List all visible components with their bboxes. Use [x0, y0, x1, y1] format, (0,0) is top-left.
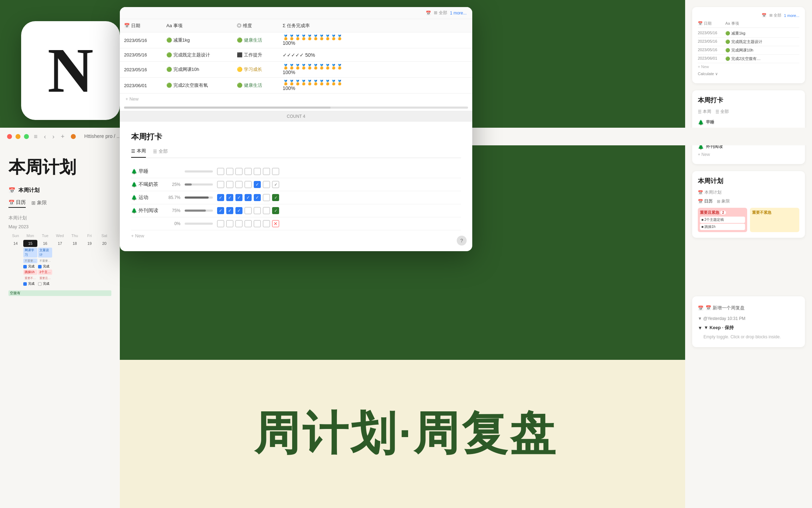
- check-1-5[interactable]: [254, 168, 261, 175]
- cell-dim-2: ⬛ 工作提升: [233, 50, 278, 60]
- right-tab-quad[interactable]: ⊞ 象限: [717, 198, 730, 204]
- checkin-name-4: 🌲 外刊阅读: [131, 207, 159, 214]
- sidebar-toggle-icon[interactable]: ≡: [32, 133, 39, 140]
- nav-dot-yellow[interactable]: [16, 134, 20, 139]
- check-4-6[interactable]: [263, 207, 270, 214]
- right-add-new-checkin[interactable]: + New: [698, 151, 799, 158]
- review-keep-title[interactable]: ▼ ▼ Keep · 保持: [698, 323, 799, 332]
- cal-header-wed: Wed: [53, 232, 67, 239]
- right-db-more[interactable]: 1 more...: [784, 13, 799, 18]
- checkin-row-3: 🌲 运动 85.7% ✓ ✓ ✓ ✓ ✓ ✓: [131, 191, 461, 204]
- check-3-3[interactable]: ✓: [235, 194, 242, 201]
- checkin-row-1: 🌲 早睡: [131, 165, 461, 178]
- check-1-4[interactable]: [245, 168, 252, 175]
- check-1-6[interactable]: [263, 168, 270, 175]
- right-col-item: Aa 事项: [725, 21, 739, 26]
- check-2-2[interactable]: [226, 181, 233, 188]
- db-more[interactable]: 1 more...: [450, 11, 467, 16]
- checkin-pct-4: 75%: [159, 208, 180, 213]
- col-header-dim: ◎ 维度: [233, 20, 278, 31]
- checkin-boxes-5: ✕: [217, 220, 279, 227]
- check-3-1[interactable]: ✓: [217, 194, 224, 201]
- triangle-icon: ▼: [698, 325, 702, 331]
- checkin-pct-3: 85.7%: [159, 195, 180, 200]
- scroll-bar[interactable]: [124, 107, 468, 109]
- check-3-7[interactable]: ✓: [272, 194, 279, 201]
- check-3-6[interactable]: [263, 194, 270, 201]
- check-5-3[interactable]: [235, 220, 242, 227]
- nav-dot-green[interactable]: [24, 134, 29, 139]
- calendar-col-icon: 📅: [124, 23, 130, 28]
- cell-dim-4: 🟢 健康生活: [233, 80, 278, 91]
- tab-quadrant[interactable]: ⊞ 象限: [31, 199, 47, 208]
- tab-all[interactable]: ☰ 全部: [153, 148, 168, 158]
- check-1-7[interactable]: [272, 168, 279, 175]
- calendar-tab-icon: 📅: [8, 200, 14, 205]
- check-2-5[interactable]: ✓: [254, 181, 261, 188]
- check-3-4[interactable]: ✓: [245, 194, 252, 201]
- checkin-boxes-3: ✓ ✓ ✓ ✓ ✓ ✓: [217, 194, 279, 201]
- cell-date-1: 2023/05/16: [120, 36, 162, 45]
- right-db-toolbar: 📅 ⊞ 全部 1 more...: [698, 13, 799, 18]
- right-add-new[interactable]: + New: [698, 63, 799, 70]
- back-icon[interactable]: ‹: [43, 133, 48, 140]
- right-calculate[interactable]: Calculate ∨: [698, 70, 799, 78]
- right-tab-week[interactable]: ☰ 本周: [698, 109, 711, 115]
- tab-calendar[interactable]: 📅 日历: [8, 199, 26, 208]
- check-5-5[interactable]: [254, 220, 261, 227]
- check-2-4[interactable]: [245, 181, 252, 188]
- check-4-7[interactable]: ✓: [272, 207, 279, 214]
- right-checkin-title: 本周打卡: [698, 96, 799, 104]
- notion-logo-letter: N: [48, 39, 93, 102]
- check-4-4[interactable]: [245, 207, 252, 214]
- check-1-3[interactable]: [235, 168, 242, 175]
- cell-date-3: 2023/05/16: [120, 65, 162, 74]
- check-4-1[interactable]: ✓: [217, 207, 224, 214]
- view-tabs: 📅 日历 ⊞ 象限: [8, 199, 111, 208]
- tree-icon-2: 🌲: [131, 182, 137, 187]
- db-row-4: 2023/06/01 🟢 完成2次空腹有氧 🟢 健康生活 🏅🏅🏅🏅🏅🏅🏅🏅🏅🏅 …: [120, 78, 472, 93]
- check-4-3[interactable]: ✓: [235, 207, 242, 214]
- check-2-3[interactable]: [235, 181, 242, 188]
- checkin-section: 本周打卡 ☰ 本周 ☰ 全部 🌲 早睡: [120, 122, 472, 251]
- add-review-btn[interactable]: 📅 📅 新增一个周复盘: [698, 302, 799, 314]
- kanban-item-2: ■ 跳操1h: [700, 224, 745, 230]
- nav-dot-red[interactable]: [7, 134, 12, 139]
- add-new-checkin[interactable]: + New: [131, 230, 461, 241]
- help-button[interactable]: ?: [457, 236, 467, 246]
- check-5-4[interactable]: [245, 220, 252, 227]
- check-1-1[interactable]: [217, 168, 224, 175]
- right-quad-icon: ⊞: [717, 199, 720, 204]
- cell-dim-1: 🟢 健康生活: [233, 35, 278, 46]
- add-new-row[interactable]: + New: [120, 93, 472, 104]
- cal-day-17: 17: [53, 240, 67, 286]
- checkin-pct-2: 25%: [159, 182, 180, 187]
- sub-label: 本周计划: [8, 215, 111, 221]
- add-icon[interactable]: +: [60, 133, 66, 140]
- check-5-2[interactable]: [226, 220, 233, 227]
- check-2-1[interactable]: [217, 181, 224, 188]
- check-5-1[interactable]: [217, 220, 224, 227]
- check-3-2[interactable]: ✓: [226, 194, 233, 201]
- review-date[interactable]: ▼ @Yesterday 10:31 PM: [698, 314, 799, 323]
- check-5-7[interactable]: ✕: [272, 220, 279, 227]
- forward-icon[interactable]: ›: [51, 133, 56, 140]
- check-5-6[interactable]: [263, 220, 270, 227]
- check-4-2[interactable]: ✓: [226, 207, 233, 214]
- cell-item-3: 🟢 完成网课10h: [162, 64, 233, 75]
- right-db-row-3: 2023/05/16 🟢 完成网课10h: [698, 46, 799, 55]
- tab-this-week[interactable]: ☰ 本周: [131, 148, 146, 158]
- check-1-2[interactable]: [226, 168, 233, 175]
- col-header-date: 📅 日期: [120, 20, 162, 31]
- check-2-6[interactable]: [263, 181, 270, 188]
- right-tab-cal[interactable]: 📅 日历: [698, 198, 713, 204]
- right-tab-all[interactable]: ☰ 全部: [715, 109, 729, 115]
- checkin-title: 本周打卡: [131, 132, 461, 142]
- check-2-7[interactable]: ✓: [272, 181, 279, 188]
- checkbox-16-2: [38, 282, 42, 286]
- right-db-row-4: 2023/06/01 🟢 完成2次空腹有…: [698, 55, 799, 63]
- tree-icon-4: 🌲: [131, 208, 137, 213]
- checkbox-16-1: [38, 265, 42, 268]
- check-3-5[interactable]: ✓: [254, 194, 261, 201]
- check-4-5[interactable]: [254, 207, 261, 214]
